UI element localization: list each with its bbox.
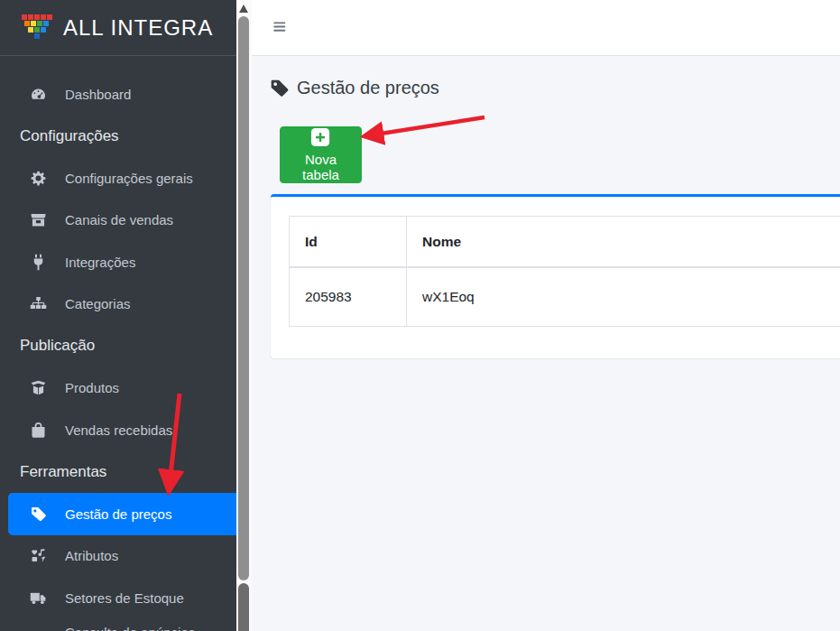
sidebar-item-categorias[interactable]: Categorias [0, 283, 236, 326]
sidebar-item-label: Gestão de preços [65, 506, 171, 522]
sidebar-item-vendas-recebidas[interactable]: Vendas recebidas [0, 409, 236, 451]
brand-logo-icon [22, 14, 54, 42]
hamburger-menu-icon[interactable] [272, 20, 288, 35]
plug-icon [28, 252, 48, 272]
table-row[interactable]: 205983wX1Eoq [290, 267, 840, 327]
sidebar-item-label: Categorias [65, 296, 131, 311]
sidebar-item-label: Canais de vendas [65, 212, 173, 227]
sidebar-item-produtos[interactable]: Produtos [0, 367, 236, 410]
plus-icon [310, 127, 331, 148]
shopping-bag-icon [28, 420, 48, 440]
sidebar-section-6: Publicação [0, 325, 236, 367]
nova-tabela-button[interactable]: Nova tabela [280, 126, 362, 183]
column-header-nome: Nome [407, 217, 840, 268]
scrollbar[interactable] [236, 0, 252, 631]
sidebar-item-dashboard[interactable]: Dashboard [0, 73, 236, 116]
sidebar-item-label: Configurações gerais [65, 171, 193, 186]
scrollbar-thumb-lower[interactable] [238, 583, 249, 631]
tachometer-icon [28, 84, 48, 104]
gear-icon [28, 168, 48, 188]
sidebar-item-canais-de-vendas[interactable]: Canais de vendas [0, 200, 236, 242]
sidebar-section-1: Configurações [0, 116, 236, 158]
sidebar-item-consulta-de-an-ncios-publicados[interactable]: Consulta de anúncios publicados [0, 619, 236, 631]
store-icon [28, 210, 48, 230]
content: Gestão de preços Nova tabela IdNome 2059… [252, 77, 840, 358]
sidebar-item-setores-de-estoque[interactable]: Setores de Estoque [0, 577, 236, 619]
tag-icon [28, 504, 48, 524]
tag-icon [268, 77, 291, 99]
brand[interactable]: ALL INTEGRA [0, 0, 236, 56]
brand-name: ALL INTEGRA [63, 15, 213, 41]
scroll-up-arrow-icon[interactable] [239, 5, 248, 13]
box-open-icon [28, 378, 48, 398]
sidebar-item-label: Vendas recebidas [65, 422, 172, 438]
truck-icon [28, 588, 48, 608]
sidebar-item-label: Setores de Estoque [65, 590, 184, 606]
pricing-tables-card: IdNome 205983wX1Eoq [271, 194, 840, 358]
sidebar-item-label: Consulta de anúncios publicados [65, 625, 236, 631]
icons-icon [28, 546, 48, 566]
pricing-table: IdNome 205983wX1Eoq [289, 216, 840, 327]
sidebar-item-label: Produtos [65, 380, 119, 395]
column-header-id: Id [290, 217, 407, 268]
topbar [252, 0, 840, 56]
sidebar: ALL INTEGRA DashboardConfiguraçõesConfig… [0, 0, 236, 631]
main-area: Gestão de preços Nova tabela IdNome 2059… [252, 0, 840, 631]
nova-tabela-label: Nova tabela [286, 152, 355, 182]
sidebar-item-gest-o-de-pre-os[interactable]: Gestão de preços [8, 493, 236, 535]
sidebar-item-atributos[interactable]: Atributos [0, 535, 236, 578]
scrollbar-thumb[interactable] [238, 16, 249, 580]
app-window: ALL INTEGRA DashboardConfiguraçõesConfig… [0, 0, 840, 631]
sitemap-icon [28, 294, 48, 314]
sidebar-nav: DashboardConfiguraçõesConfigurações gera… [0, 56, 236, 631]
sidebar-item-integra-es[interactable]: Integrações [0, 241, 236, 283]
cell-nome: wX1Eoq [407, 267, 840, 327]
sidebar-section-9: Ferramentas [0, 451, 236, 494]
page-title: Gestão de preços [268, 77, 840, 99]
sidebar-item-configura-es-gerais[interactable]: Configurações gerais [0, 157, 236, 200]
page-title-text: Gestão de preços [297, 78, 439, 98]
cell-id: 205983 [290, 267, 407, 327]
sidebar-item-label: Atributos [65, 548, 118, 563]
sidebar-item-label: Dashboard [65, 87, 131, 102]
sidebar-item-label: Integrações [65, 255, 135, 270]
